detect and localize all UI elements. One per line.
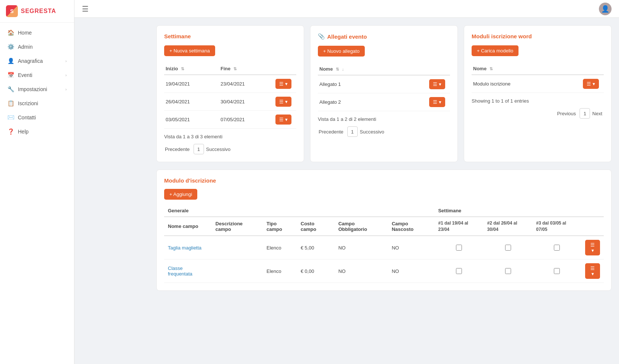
new-settimana-button[interactable]: + Nuova settimana bbox=[164, 45, 215, 56]
allegati-card: 📎 Allegati evento + Nuovo allegato Nome … bbox=[310, 25, 458, 162]
moduli-word-next[interactable]: Next bbox=[592, 111, 602, 116]
impostazioni-icon: 🔧 bbox=[7, 86, 14, 93]
week2-checkbox[interactable] bbox=[505, 268, 511, 274]
modulo-iscrizione-table: Generale Settimane Nome campo Descrizion… bbox=[164, 205, 604, 283]
contatti-icon: ✉️ bbox=[7, 114, 14, 121]
row-menu-button[interactable]: ☰ ▾ bbox=[275, 97, 291, 107]
row-menu-button[interactable]: ☰ ▾ bbox=[275, 115, 291, 125]
sidebar-item-iscrizioni[interactable]: 📋 Iscrizioni bbox=[0, 96, 74, 110]
moduli-word-previous[interactable]: Previous bbox=[557, 111, 576, 116]
sidebar: S SEGRESTA 🏠 Home ⚙️ Admin 👤 Anagrafica … bbox=[0, 0, 74, 364]
chevron-right-icon: › bbox=[66, 59, 67, 63]
week3-checkbox[interactable] bbox=[554, 268, 560, 274]
new-allegato-button[interactable]: + Nuovo allegato bbox=[318, 46, 365, 57]
cell-inizio: 19/04/2021 bbox=[164, 75, 219, 93]
moduli-word-page[interactable]: 1 bbox=[580, 108, 590, 119]
modulo-menu-button[interactable]: ☰ ▾ bbox=[583, 79, 599, 89]
cards-row: Settimane + Nuova settimana Inizio ⇅ Fin… bbox=[156, 25, 612, 162]
cell-nome-modulo: Modulo iscrizione bbox=[472, 75, 581, 93]
th-row-actions bbox=[581, 217, 604, 236]
week1-checkbox[interactable] bbox=[456, 245, 462, 251]
avatar[interactable]: 👤 bbox=[599, 3, 612, 15]
sidebar-item-eventi[interactable]: 📅 Eventi › bbox=[0, 68, 74, 82]
th-week2: #2 dal 26/04 al 30/04 bbox=[484, 217, 533, 236]
sidebar-label-contatti: Contatti bbox=[18, 115, 36, 120]
cell-descrizione bbox=[212, 236, 263, 260]
logo-icon: S bbox=[6, 5, 18, 17]
cell-nascosto: NO bbox=[388, 260, 434, 283]
sort-nome-allegati-icon[interactable]: ⇅ bbox=[336, 67, 339, 71]
settimane-precedente[interactable]: Precedente bbox=[165, 146, 190, 152]
sidebar-item-impostazioni[interactable]: 🔧 Impostazioni › bbox=[0, 82, 74, 96]
cell-row-action: ☰ ▾ bbox=[581, 236, 604, 260]
iscrizioni-icon: 📋 bbox=[7, 100, 14, 107]
sidebar-item-admin[interactable]: ⚙️ Admin bbox=[0, 40, 74, 54]
week3-checkbox[interactable] bbox=[554, 245, 560, 251]
cell-nome-allegato: Allegato 1 bbox=[318, 75, 428, 93]
settimane-group-header: Settimane bbox=[434, 205, 604, 217]
sort-nome-moduli-icon[interactable]: ⇅ bbox=[489, 67, 493, 71]
moduli-word-table: Nome ⇅ Modulo iscrizione ☰ ▾ bbox=[472, 63, 604, 93]
row-menu-button[interactable]: ☰ ▾ bbox=[275, 79, 291, 89]
sort-fine-icon[interactable]: ⇅ bbox=[233, 67, 237, 71]
allegati-table: Nome ⇅ ↓ Allegato 1 ☰ ▾ Allegato 2 ☰ ▾ bbox=[318, 63, 450, 111]
sidebar-label-help: Help bbox=[18, 129, 29, 135]
settimane-successivo[interactable]: Successivo bbox=[206, 146, 231, 152]
cell-tipo: Elenco bbox=[263, 260, 297, 283]
cell-actions: ☰ ▾ bbox=[428, 75, 450, 93]
week1-checkbox[interactable] bbox=[456, 268, 462, 274]
moduli-word-showing: Showing 1 to 1 of 1 entries bbox=[472, 98, 604, 104]
table-row: Taglia maglietta Elenco € 5,00 NO NO ☰ ▾ bbox=[164, 236, 604, 260]
cell-week2 bbox=[484, 260, 533, 283]
chevron-right-icon-eventi: › bbox=[66, 73, 67, 77]
help-icon: ❓ bbox=[7, 128, 14, 135]
sidebar-item-help[interactable]: ❓ Help bbox=[0, 125, 74, 139]
sidebar-item-anagrafica[interactable]: 👤 Anagrafica › bbox=[0, 54, 74, 68]
sidebar-nav: 🏠 Home ⚙️ Admin 👤 Anagrafica › 📅 Eventi … bbox=[0, 23, 74, 364]
main-content: Settimane + Nuova settimana Inizio ⇅ Fin… bbox=[149, 18, 619, 364]
sort-nome-allegati-icon2[interactable]: ↓ bbox=[342, 67, 344, 71]
row-action-button[interactable]: ☰ ▾ bbox=[585, 240, 600, 255]
cell-actions: ☰ ▾ bbox=[274, 75, 296, 93]
sidebar-label-anagrafica: Anagrafica bbox=[18, 58, 43, 64]
hamburger-icon[interactable]: ☰ bbox=[82, 4, 89, 13]
th-obbligatorio: Campo Obbligatorio bbox=[335, 217, 388, 236]
cell-inizio: 26/04/2021 bbox=[164, 93, 219, 111]
col-actions-settimane bbox=[274, 63, 296, 75]
upload-modello-button[interactable]: + Carica modello bbox=[472, 45, 519, 56]
sidebar-label-eventi: Eventi bbox=[18, 72, 32, 78]
settimane-vista: Vista da 1 a 3 di 3 elementi bbox=[164, 134, 296, 139]
th-descrizione: Descrizione campo bbox=[212, 217, 263, 236]
cell-tipo: Elenco bbox=[263, 236, 297, 260]
table-row: 26/04/2021 30/04/2021 ☰ ▾ bbox=[164, 93, 296, 111]
paperclip-icon: 📎 bbox=[318, 33, 325, 40]
aggiungi-button[interactable]: + Aggiungi bbox=[164, 189, 197, 200]
allegati-successivo[interactable]: Successivo bbox=[360, 129, 385, 135]
col-actions-moduli bbox=[581, 63, 604, 75]
modulo-iscrizione-card: Modulo d'iscrizione + Aggiungi Generale … bbox=[156, 170, 612, 291]
settimane-pagination: Precedente 1 Successivo bbox=[164, 144, 296, 154]
sort-inizio-icon[interactable]: ⇅ bbox=[181, 67, 184, 71]
cell-obbligatorio: NO bbox=[335, 260, 388, 283]
allegati-title: 📎 Allegati evento bbox=[318, 33, 450, 40]
th-nome-campo: Nome campo bbox=[164, 217, 212, 236]
table-row: Allegato 2 ☰ ▾ bbox=[318, 93, 450, 111]
allegato-menu-button[interactable]: ☰ ▾ bbox=[429, 79, 445, 89]
settimane-page[interactable]: 1 bbox=[194, 144, 204, 154]
allegati-precedente[interactable]: Precedente bbox=[319, 129, 344, 135]
generale-group-header: Generale bbox=[164, 205, 434, 217]
cell-fine: 23/04/2021 bbox=[219, 75, 274, 93]
cell-nome-campo: Taglia maglietta bbox=[164, 236, 212, 260]
week2-checkbox[interactable] bbox=[505, 245, 511, 251]
cell-actions: ☰ ▾ bbox=[428, 93, 450, 111]
th-tipo: Tipo campo bbox=[263, 217, 297, 236]
row-action-button[interactable]: ☰ ▾ bbox=[585, 263, 600, 279]
allegati-page[interactable]: 1 bbox=[347, 126, 358, 137]
col-inizio: Inizio ⇅ bbox=[164, 63, 219, 75]
cell-obbligatorio: NO bbox=[335, 236, 388, 260]
moduli-word-card: Moduli iscrizione word + Carica modello … bbox=[464, 25, 612, 162]
sidebar-item-contatti[interactable]: ✉️ Contatti bbox=[0, 110, 74, 125]
cell-descrizione bbox=[212, 260, 263, 283]
allegato-menu-button[interactable]: ☰ ▾ bbox=[429, 97, 445, 107]
sidebar-item-home[interactable]: 🏠 Home bbox=[0, 26, 74, 40]
